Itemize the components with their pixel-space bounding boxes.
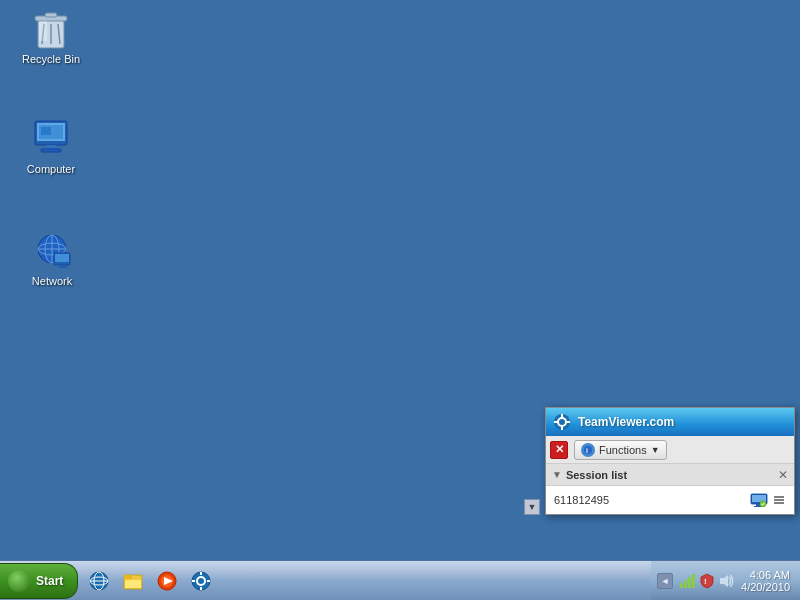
- network-icon[interactable]: Network: [12, 227, 92, 291]
- tv-logo: [552, 412, 572, 432]
- tray-network-icon[interactable]: [678, 572, 696, 590]
- svg-rect-56: [207, 580, 210, 582]
- recycle-bin-label: Recycle Bin: [22, 53, 80, 65]
- desktop: Recycle Bin Computer: [0, 0, 800, 560]
- tv-menu-icon[interactable]: [772, 493, 786, 507]
- tray-icons: !: [677, 572, 737, 590]
- tv-session-bar: ▼ Session list ✕: [546, 464, 794, 486]
- svg-rect-25: [561, 426, 563, 430]
- clock-date: 4/20/2010: [741, 581, 790, 593]
- computer-image: [31, 119, 71, 159]
- svg-rect-60: [692, 574, 695, 588]
- start-label: Start: [36, 574, 63, 588]
- start-orb: [8, 570, 30, 592]
- tv-func-icon: i: [581, 443, 595, 457]
- tv-toolbar: ✕ i Functions ▼: [546, 436, 794, 464]
- svg-rect-10: [41, 149, 61, 152]
- tv-functions-label: Functions: [599, 444, 647, 456]
- tray-show-icons-button[interactable]: ◄: [657, 573, 673, 589]
- svg-rect-57: [680, 583, 683, 588]
- computer-icon[interactable]: Computer: [11, 115, 91, 179]
- taskbar-explorer-button[interactable]: [118, 566, 148, 596]
- svg-rect-26: [554, 421, 558, 423]
- svg-rect-19: [55, 254, 69, 262]
- tv-session-list-label: Session list: [566, 469, 627, 481]
- recycle-bin-image: [31, 9, 71, 49]
- svg-rect-12: [41, 127, 51, 135]
- recycle-bin-icon[interactable]: Recycle Bin: [11, 5, 91, 69]
- svg-rect-2: [45, 13, 57, 17]
- tv-titlebar: TeamViewer.com: [546, 408, 794, 436]
- taskbar-media-player-button[interactable]: [152, 566, 182, 596]
- teamviewer-popup: TeamViewer.com ✕ i Functions ▼ ▼ Session…: [545, 407, 795, 515]
- svg-rect-24: [561, 414, 563, 418]
- tv-title: TeamViewer.com: [578, 415, 788, 429]
- system-tray: ◄ !: [651, 561, 800, 600]
- network-image: [32, 231, 72, 271]
- taskbar-ie-button[interactable]: [84, 566, 114, 596]
- svg-rect-46: [125, 580, 141, 588]
- tv-collapse-button[interactable]: ▼: [524, 499, 540, 515]
- svg-rect-20: [59, 266, 67, 268]
- svg-rect-55: [192, 580, 195, 582]
- svg-rect-6: [39, 21, 47, 41]
- tray-volume-icon[interactable]: [718, 572, 736, 590]
- tv-dropdown-arrow: ▼: [651, 445, 660, 455]
- svg-point-23: [559, 419, 565, 425]
- network-label: Network: [32, 275, 72, 287]
- tv-session-item: 611812495: [546, 486, 794, 514]
- svg-rect-27: [566, 421, 570, 423]
- tv-session-actions: [750, 493, 786, 507]
- tv-session-id: 611812495: [554, 494, 609, 506]
- svg-rect-58: [684, 580, 687, 588]
- clock-area[interactable]: 4:06 AM 4/20/2010: [737, 569, 794, 593]
- computer-label: Computer: [27, 163, 75, 175]
- svg-rect-53: [200, 572, 202, 575]
- svg-text:!: !: [704, 577, 707, 586]
- taskbar-teamviewer-button[interactable]: [186, 566, 216, 596]
- tv-connect-icon[interactable]: [750, 493, 768, 507]
- svg-marker-62: [720, 575, 728, 587]
- taskbar: Start: [0, 560, 800, 600]
- svg-point-52: [198, 578, 204, 584]
- svg-rect-45: [124, 575, 132, 579]
- svg-text:i: i: [586, 447, 588, 454]
- svg-rect-54: [200, 587, 202, 590]
- svg-rect-59: [688, 577, 691, 588]
- clock-time: 4:06 AM: [750, 569, 790, 581]
- tv-functions-button[interactable]: i Functions ▼: [574, 440, 667, 460]
- tv-close-button[interactable]: ✕: [550, 441, 568, 459]
- svg-rect-9: [46, 145, 56, 149]
- start-button[interactable]: Start: [0, 563, 78, 599]
- tv-session-close-button[interactable]: ✕: [778, 468, 788, 482]
- tray-security-icon[interactable]: !: [698, 572, 716, 590]
- tv-session-collapse-arrow: ▼: [552, 469, 562, 480]
